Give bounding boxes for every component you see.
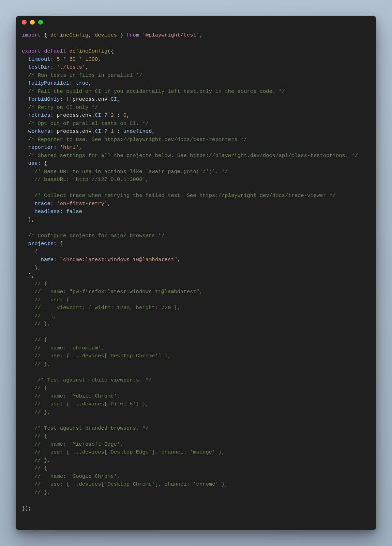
code-token-ident: env xyxy=(98,96,107,102)
code-token-punct xyxy=(22,457,34,463)
code-token-comment: // viewport: { width: 1280, height: 720 … xyxy=(34,305,180,311)
code-token-punct: ], xyxy=(22,273,34,279)
code-token-punct xyxy=(22,201,34,207)
code-token-comment: // }, xyxy=(34,409,50,415)
code-token-comment: /* Reporter to use. See https://playwrig… xyxy=(28,136,247,143)
code-token-punct: : xyxy=(50,56,57,62)
code-token-prop: name xyxy=(41,257,54,263)
code-token-punct xyxy=(22,393,34,399)
code-token-kw: default xyxy=(44,48,66,54)
code-token-punct: }, xyxy=(22,217,34,223)
code-token-punct xyxy=(22,169,34,175)
code-line: /* Retry on CI only */ xyxy=(22,104,370,112)
code-token-ident: process xyxy=(73,96,95,102)
code-token-num: 1000 xyxy=(85,56,98,62)
code-line xyxy=(22,368,370,376)
code-line: // name: 'Microsoft Edge', xyxy=(22,441,370,449)
code-token-comment: // { xyxy=(34,465,47,471)
code-line: ], xyxy=(22,272,370,280)
code-token-punct xyxy=(22,353,34,359)
code-token-punct xyxy=(22,257,41,263)
code-line: fullyParallel: true, xyxy=(22,80,370,88)
code-line: // { xyxy=(22,280,370,288)
code-line: // { xyxy=(22,336,370,344)
code-token-punct xyxy=(22,96,28,102)
code-line: headless: false xyxy=(22,208,370,216)
code-token-comment: // { xyxy=(34,281,47,287)
window-maximize-icon[interactable] xyxy=(38,20,43,25)
code-token-comment: // { xyxy=(34,337,47,343)
code-token-prop: workers xyxy=(28,128,50,134)
code-token-punct xyxy=(41,48,44,54)
code-editor-window: import { defineConfig, devices } from '@… xyxy=(16,16,376,530)
code-token-punct xyxy=(22,209,34,215)
code-token-comment: /* Opt out of parallel tests on CI. */ xyxy=(28,120,149,127)
code-token-punct xyxy=(22,433,34,439)
code-token-prop: testDir xyxy=(28,64,50,70)
code-token-prop: trace xyxy=(34,201,50,207)
window-minimize-icon[interactable] xyxy=(30,20,35,25)
code-line: }, xyxy=(22,264,370,272)
code-token-punct: , xyxy=(126,112,130,118)
code-token-punct xyxy=(22,345,34,351)
code-token-punct xyxy=(22,104,28,111)
code-token-punct xyxy=(22,192,34,199)
code-token-punct: , xyxy=(79,144,82,150)
code-line: /* Collect trace when retrying the faile… xyxy=(22,192,370,200)
code-token-punct xyxy=(22,385,34,391)
code-token-prop: headless xyxy=(34,209,60,215)
code-line: // }, xyxy=(22,312,370,320)
code-line: trace: 'on-first-retry', xyxy=(22,200,370,208)
code-token-comment: // name: 'Google Chrome', xyxy=(34,473,120,479)
code-token-punct xyxy=(22,136,28,143)
code-line: // }, xyxy=(22,457,370,465)
code-token-comment: // name: 'chromium', xyxy=(34,345,104,351)
code-line: // }, xyxy=(22,320,370,328)
code-token-ident: process xyxy=(57,128,79,134)
code-line: // }, xyxy=(22,489,370,497)
code-editor-content[interactable]: import { defineConfig, devices } from '@… xyxy=(16,29,376,530)
code-token-punct: : xyxy=(50,128,57,134)
code-token-punct xyxy=(22,425,34,431)
code-token-prop: fullyParallel xyxy=(28,80,70,86)
code-line: // use: { ...devices['Pixel 5'] }, xyxy=(22,400,370,408)
code-line: // baseURL: 'http://127.0.0.1:3000', xyxy=(22,176,370,184)
code-token-punct xyxy=(22,313,34,319)
code-token-punct xyxy=(22,241,28,247)
window-titlebar xyxy=(16,16,376,29)
code-token-kw: export xyxy=(22,48,41,54)
desktop-background: import { defineConfig, devices } from '@… xyxy=(0,0,392,546)
code-token-punct: ({ xyxy=(107,48,114,54)
code-line: // name: 'chromium', xyxy=(22,344,370,353)
code-token-bool: true xyxy=(76,80,88,86)
code-line: testDir: './tests', xyxy=(22,63,370,72)
code-token-fn: devices xyxy=(95,32,117,38)
code-token-punct xyxy=(22,112,28,118)
code-line: projects: [ xyxy=(22,240,370,248)
code-line: // { xyxy=(22,384,370,392)
code-token-num: 5 xyxy=(57,56,60,62)
code-token-punct: }, xyxy=(22,265,41,271)
code-token-punct: , xyxy=(88,80,91,86)
code-line: retries: process.env.CI ? 2 : 0, xyxy=(22,112,370,120)
code-token-punct xyxy=(22,473,34,479)
code-token-str: './tests' xyxy=(57,64,85,70)
code-token-punct xyxy=(22,361,34,367)
code-token-punct: , xyxy=(88,32,95,38)
code-token-comment: /* Test against mobile viewports. */ xyxy=(38,377,152,383)
code-token-punct: . xyxy=(107,96,110,102)
code-token-comment: // }, xyxy=(34,321,50,327)
window-close-icon[interactable] xyxy=(22,20,27,25)
code-token-comment: /* Run tests in files in parallel */ xyxy=(28,72,142,78)
code-token-punct: . xyxy=(79,128,82,134)
code-line: timeout: 5 * 60 * 1000, xyxy=(22,56,370,64)
code-token-punct xyxy=(22,465,34,471)
code-token-comment: /* Fail the build on CI if you accidenta… xyxy=(28,88,285,95)
code-token-comment: // { xyxy=(34,385,47,391)
code-token-punct: : xyxy=(70,80,76,86)
code-token-env: CI xyxy=(111,96,117,102)
code-token-str2: "chrome:latest:Windows 10@lambdatest" xyxy=(60,257,177,263)
code-line: // use: { ...devices['Desktop Edge'], ch… xyxy=(22,448,370,457)
code-token-comment: // use: { ...devices['Desktop Edge'], ch… xyxy=(34,449,225,455)
code-token-punct: : xyxy=(60,209,66,215)
